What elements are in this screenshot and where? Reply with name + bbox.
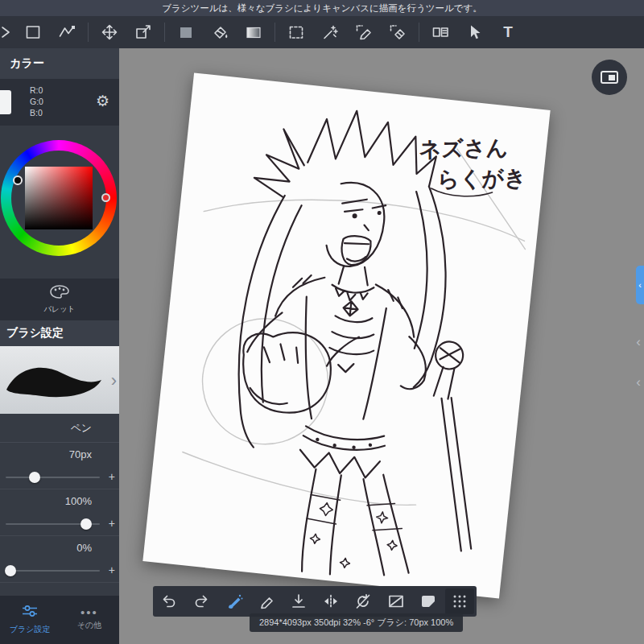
- chevron-left-icon: ‹: [636, 374, 641, 390]
- brush-preview[interactable]: ›: [0, 346, 119, 414]
- palette-tab[interactable]: パレット: [0, 279, 119, 320]
- tab-brush-settings-label: ブラシ設定: [10, 624, 51, 635]
- divide-layout-tool[interactable]: [423, 16, 457, 48]
- brush-opacity-value: 100%: [65, 495, 92, 507]
- r-value: R:0: [30, 85, 43, 96]
- gear-icon[interactable]: ⚙: [96, 92, 109, 110]
- save-button[interactable]: [283, 586, 315, 617]
- tab-others[interactable]: ••• その他: [60, 596, 119, 644]
- select-eraser-tool[interactable]: [381, 16, 415, 48]
- palette-icon: [50, 285, 69, 302]
- toolbar-separator: [164, 23, 165, 42]
- clear-icon: [386, 592, 406, 611]
- slider-track[interactable]: [6, 477, 100, 478]
- status-text: 2894*4093px 350dpi 32% -6° ブラシ: 70px 100…: [259, 617, 453, 627]
- floating-window-button[interactable]: [592, 60, 627, 95]
- brush-min-slider: +: [0, 559, 119, 583]
- sv-picker-knob[interactable]: [13, 175, 23, 185]
- g-value: G:0: [30, 96, 43, 107]
- annotation-line1: ネズさん: [419, 135, 508, 161]
- help-text: ブラシツールは、様々なブラシによりキャンバスに描画を行うツールです。: [162, 2, 482, 14]
- brush-active-icon: [225, 592, 244, 611]
- drawer-handle-2[interactable]: ‹: [633, 326, 644, 358]
- plus-button[interactable]: +: [109, 564, 115, 576]
- magic-wand-icon: [321, 23, 339, 41]
- slider-track[interactable]: [6, 570, 100, 572]
- drawing-canvas[interactable]: ネズさん らくがき: [142, 72, 550, 598]
- brush-name: ペン: [70, 421, 92, 436]
- brush-partial-icon: [0, 23, 11, 41]
- plus-button[interactable]: +: [109, 517, 115, 530]
- brush-tool-button[interactable]: [217, 586, 250, 617]
- bottom-toolbar: [153, 586, 477, 617]
- flip-horizontal-button[interactable]: [315, 586, 347, 617]
- brush-size-value: 70px: [69, 448, 92, 460]
- color-wheel-zone: [0, 126, 119, 279]
- slider-knob[interactable]: [5, 565, 16, 576]
- toolbar-separator: [419, 23, 419, 42]
- top-toolbar: T: [0, 16, 644, 48]
- brush-size-row: 70px: [0, 443, 119, 465]
- bucket-fill-tool[interactable]: [203, 16, 237, 48]
- chevron-left-icon: ‹: [638, 280, 642, 290]
- brush-title: ブラシ設定: [6, 326, 64, 341]
- shape-fill-tool[interactable]: [169, 16, 203, 48]
- marquee-select-tool[interactable]: [279, 16, 313, 48]
- slider-knob[interactable]: [80, 518, 92, 530]
- floating-window-icon: [601, 71, 618, 84]
- marquee-icon: [287, 23, 305, 41]
- brush-min-row: 0%: [0, 536, 119, 559]
- polyline-select-tool[interactable]: [50, 16, 84, 48]
- pen-tool-button[interactable]: [250, 586, 283, 617]
- canvas-area[interactable]: ネズさん らくがき: [119, 48, 644, 644]
- plus-button[interactable]: +: [109, 470, 115, 483]
- redo-button[interactable]: [185, 586, 217, 617]
- undo-button[interactable]: [153, 586, 185, 617]
- pen-icon: [257, 592, 276, 611]
- gradient-icon: [245, 23, 262, 41]
- tab-others-label: その他: [77, 620, 101, 631]
- magic-wand-tool[interactable]: [313, 16, 347, 48]
- snapshot-icon: [419, 592, 438, 611]
- toolbar-separator: [275, 23, 275, 42]
- annotation-line2: らくがき: [437, 166, 526, 192]
- no-rotate-button[interactable]: [347, 586, 379, 617]
- materials-drawer-handle[interactable]: ‹: [636, 266, 644, 304]
- hue-knob[interactable]: [101, 193, 110, 202]
- grid-dots-icon: [452, 593, 468, 609]
- sketch-artwork: ネズさん らくがき: [142, 72, 550, 598]
- gradient-tool[interactable]: [237, 16, 270, 48]
- brush-name-row[interactable]: ペン: [0, 414, 119, 443]
- sliders-icon: [22, 605, 38, 621]
- clear-button[interactable]: [380, 586, 412, 617]
- brush-partial-tool[interactable]: [0, 16, 16, 48]
- snapshot-button[interactable]: [412, 586, 444, 617]
- move-tool[interactable]: [93, 16, 126, 48]
- transform-tool[interactable]: [126, 16, 160, 48]
- tab-brush-settings[interactable]: ブラシ設定: [0, 596, 60, 644]
- select-pen-icon: [355, 23, 373, 41]
- move-icon: [101, 23, 118, 41]
- cursor-select-tool[interactable]: [457, 16, 491, 48]
- color-section-header: カラー: [0, 48, 119, 79]
- grid-button[interactable]: [445, 588, 474, 614]
- divide-layout-icon: [431, 23, 449, 41]
- select-pen-tool[interactable]: [347, 16, 381, 48]
- rect-select-tool[interactable]: [16, 16, 50, 48]
- saturation-value-square[interactable]: [25, 167, 93, 229]
- current-color-swatch[interactable]: [0, 90, 11, 114]
- chevron-right-icon[interactable]: ›: [111, 370, 117, 391]
- slider-knob[interactable]: [29, 472, 40, 483]
- flip-horizontal-icon: [321, 592, 341, 611]
- text-tool-icon: T: [503, 23, 513, 41]
- chevron-left-icon: ‹: [636, 334, 641, 350]
- shape-fill-icon: [177, 23, 195, 41]
- sidebar-bottom-tabs: ブラシ設定 ••• その他: [0, 596, 119, 644]
- transform-icon: [134, 23, 152, 41]
- b-value: B:0: [30, 107, 43, 118]
- text-tool[interactable]: T: [491, 16, 525, 48]
- brush-opacity-row: 100%: [0, 489, 119, 512]
- no-rotate-icon: [353, 592, 373, 611]
- status-bar: 2894*4093px 350dpi 32% -6° ブラシ: 70px 100…: [250, 613, 463, 632]
- drawer-handle-3[interactable]: ‹: [633, 366, 644, 398]
